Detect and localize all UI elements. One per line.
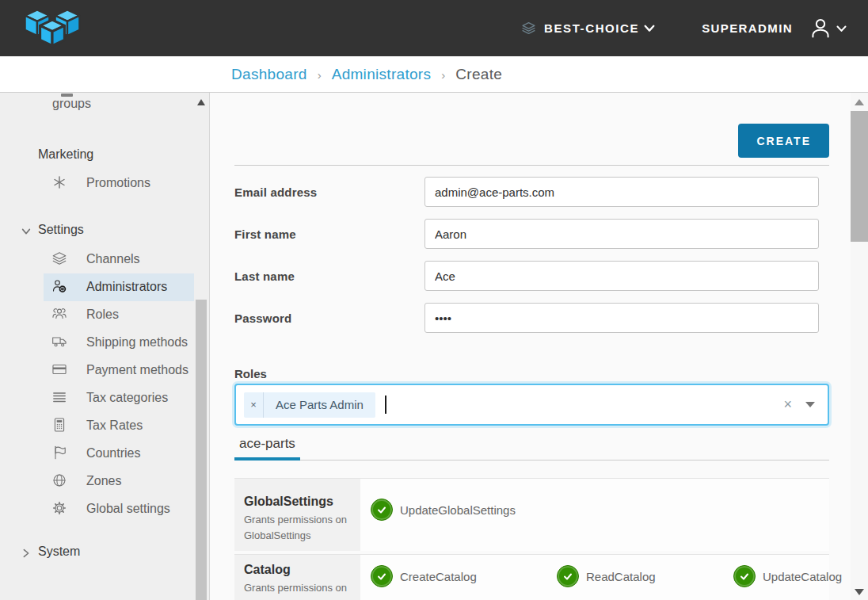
permissions-table: GlobalSettings Grants permissions on Glo… (234, 478, 829, 600)
chevron-down-icon (643, 22, 656, 34)
role-chip-label: Ace Parts Admin (264, 392, 375, 418)
chevron-right-icon (21, 546, 32, 564)
sidebar-nav: groups Marketing Promotions Settings Cha… (0, 93, 210, 600)
permission-label: CreateCatalog (400, 570, 477, 583)
breadcrumb-dashboard[interactable]: Dashboard (231, 66, 307, 83)
sidebar-item-payment-methods[interactable]: Payment methods (0, 357, 209, 384)
permission-label: ReadCatalog (586, 570, 656, 583)
username: SUPERADMIN (702, 21, 793, 35)
roles-multiselect[interactable]: × Ace Parts Admin × (234, 384, 829, 426)
toolbar: CREATE (234, 93, 829, 158)
layers-icon (521, 21, 536, 36)
sidebar-item-countries[interactable]: Countries (0, 440, 209, 468)
chevron-down-icon (21, 224, 32, 242)
chip-remove-icon[interactable]: × (244, 392, 264, 418)
permission-toggle-updatecatalog: UpdateCatalog (733, 565, 842, 587)
sidebar-item-administrators[interactable]: Administrators (44, 273, 194, 301)
checked-toggle-icon[interactable] (733, 565, 756, 587)
sidebar-section-marketing: Marketing (0, 146, 209, 163)
sidebar-item-label: Zones (86, 474, 121, 487)
flag-icon (51, 445, 67, 461)
first-name-field[interactable] (424, 219, 819, 249)
role-chip: × Ace Parts Admin (244, 392, 375, 418)
truck-icon (51, 334, 67, 350)
sidebar-item-zones[interactable]: Zones (0, 468, 209, 495)
create-button[interactable]: CREATE (738, 124, 829, 158)
select-controls: × (783, 396, 815, 413)
tab-ace-parts[interactable]: ace-parts (234, 436, 300, 460)
clear-icon[interactable]: × (783, 396, 792, 413)
permission-group-title: Catalog (244, 563, 352, 577)
form-row-password: Password (234, 303, 829, 333)
users-icon (51, 306, 67, 322)
sidebar-item-roles[interactable]: Roles (0, 301, 209, 329)
sidebar-item-tax-categories[interactable]: Tax categories (0, 384, 209, 412)
permission-label: UpdateGlobalSettings (400, 503, 516, 517)
breadcrumb-separator: › (318, 67, 322, 82)
toolbar-divider (234, 165, 829, 166)
sidebar-item-label: Tax Rates (86, 418, 143, 432)
channel-name: BEST-CHOICE (544, 21, 639, 35)
sidebar-item-label: Shipping methods (86, 335, 188, 349)
checked-toggle-icon[interactable] (371, 565, 393, 587)
breadcrumb-separator: › (441, 67, 445, 82)
scroll-up-arrow[interactable] (855, 99, 864, 105)
roles-label: Roles (234, 367, 829, 381)
password-label: Password (234, 311, 424, 325)
permission-label: UpdateCatalog (763, 570, 842, 583)
channel-tabs: ace-parts (234, 436, 829, 461)
sidebar-item-label: Roles (86, 308, 119, 321)
sidebar-section-system[interactable]: System (0, 543, 209, 560)
password-field[interactable] (424, 303, 819, 333)
sidebar-section-settings[interactable]: Settings (0, 221, 209, 239)
app-window: BEST-CHOICE SUPERADMIN Dashboard › Admin… (0, 0, 868, 600)
permission-toggle-createcatalog: CreateCatalog (371, 565, 557, 587)
vendure-logo-icon (17, 6, 87, 52)
asterisk-icon (51, 174, 67, 190)
email-field[interactable] (424, 177, 819, 207)
text-cursor (385, 396, 386, 414)
form-row-last-name: Last name (234, 261, 829, 291)
permission-row-header: Catalog Grants permissions on Products, … (234, 555, 360, 600)
main-content: CREATE Email address First name Last nam… (210, 93, 868, 600)
permission-row-header: GlobalSettings Grants permissions on Glo… (234, 479, 360, 551)
last-name-field[interactable] (424, 261, 819, 291)
sidebar-item-customer-groups-clipped[interactable]: groups (0, 95, 209, 114)
scroll-down-arrow[interactable] (855, 589, 864, 595)
sidebar-item-channels[interactable]: Channels (0, 246, 209, 273)
permission-group-description: Grants permissions on GlobalSettings (244, 512, 352, 543)
sidebar-item-label: Promotions (86, 176, 150, 189)
sidebar-item-promotions[interactable]: Promotions (0, 170, 209, 197)
scroll-up-arrow[interactable] (197, 99, 205, 105)
main-scrollbar[interactable] (851, 93, 868, 600)
sidebar-item-shipping-methods[interactable]: Shipping methods (0, 329, 209, 357)
sidebar-item-label: Global settings (86, 502, 170, 515)
permission-row-catalog: Catalog Grants permissions on Products, … (234, 554, 829, 600)
last-name-label: Last name (234, 269, 424, 283)
sidebar-item-tax-rates[interactable]: Tax Rates (0, 412, 209, 440)
form-row-email: Email address (234, 177, 829, 207)
main-scrollbar-thumb[interactable] (851, 111, 868, 242)
breadcrumb: Dashboard › Administrators › Create (0, 56, 868, 93)
chevron-down-icon (836, 23, 847, 34)
user-menu[interactable]: SUPERADMIN (702, 17, 847, 40)
checked-toggle-icon[interactable] (557, 565, 579, 587)
checked-toggle-icon[interactable] (371, 499, 393, 521)
header-actions: BEST-CHOICE SUPERADMIN (521, 17, 868, 40)
breadcrumb-administrators[interactable]: Administrators (332, 66, 432, 83)
permission-toggles: UpdateGlobalSettings (360, 479, 829, 551)
channel-switcher[interactable]: BEST-CHOICE (521, 21, 656, 36)
dropdown-arrow-icon[interactable] (805, 402, 815, 407)
sidebar-item-label: Payment methods (86, 363, 188, 376)
cog-icon (51, 500, 67, 516)
administrator-form: Email address First name Last name Passw… (234, 177, 829, 333)
calculator-icon (51, 417, 67, 433)
permission-toggles: CreateCatalog ReadCatalog (360, 555, 842, 600)
email-label: Email address (234, 185, 424, 199)
sidebar-scrollbar[interactable] (194, 93, 209, 600)
sidebar-item-label: Channels (86, 252, 140, 266)
sidebar-item-global-settings[interactable]: Global settings (0, 495, 209, 523)
permission-toggle-updateglobalsettings: UpdateGlobalSettings (371, 499, 557, 521)
permission-group-title: GlobalSettings (244, 495, 352, 509)
sidebar-scrollbar-thumb[interactable] (196, 300, 207, 600)
